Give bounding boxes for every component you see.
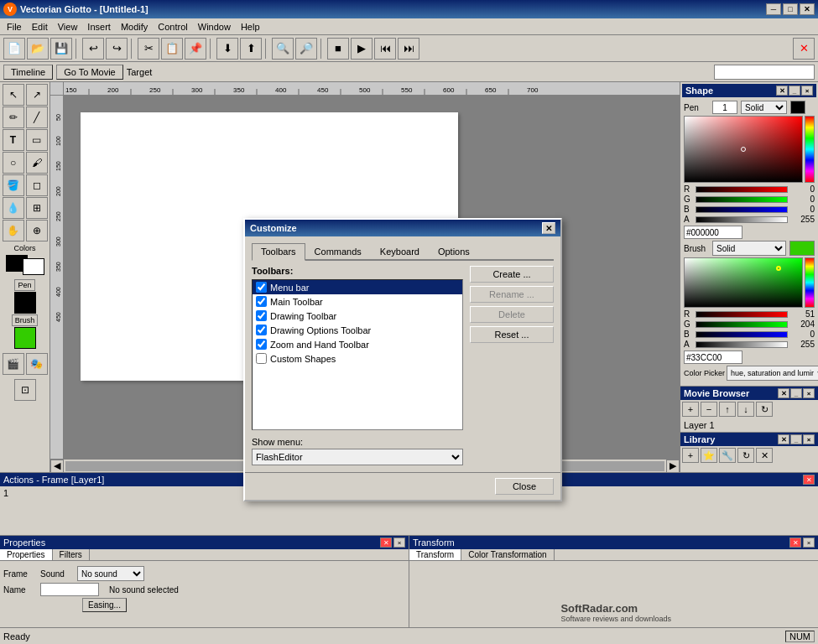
lib-refresh-btn[interactable]: ↻ <box>737 448 754 463</box>
tab-color-transform[interactable]: Color Transformation <box>461 549 554 560</box>
dialog-tab-commands[interactable]: Commands <box>305 243 371 259</box>
titlebar-controls[interactable]: ─ □ ✕ <box>766 3 815 15</box>
goto-movie-button[interactable]: Go To Movie <box>56 65 123 80</box>
movie-down-btn[interactable]: ↓ <box>737 402 754 417</box>
lib-close-btn[interactable]: × <box>803 434 815 444</box>
r-slider[interactable] <box>696 186 788 193</box>
color-picker-select[interactable]: hue, saturation and lumir <box>727 366 818 381</box>
menu-help[interactable]: Help <box>236 20 265 34</box>
save-button[interactable]: 💾 <box>50 38 72 60</box>
dialog-tab-toolbars[interactable]: Toolbars <box>252 243 305 261</box>
movie-add-btn[interactable]: + <box>682 402 699 417</box>
menu-window[interactable]: Window <box>193 20 236 34</box>
hue-slider-1[interactable] <box>805 116 815 183</box>
menu-edit[interactable]: Edit <box>27 20 53 34</box>
line-tool[interactable]: ╱ <box>26 106 48 128</box>
shape-panel-x-btn[interactable]: ✕ <box>776 86 788 96</box>
menu-view[interactable]: View <box>53 20 83 34</box>
new-button[interactable]: 📄 <box>3 38 25 60</box>
subselect-tool[interactable]: ↗ <box>26 84 48 106</box>
movie-refresh-btn[interactable]: ↻ <box>756 402 773 417</box>
shape-panel-minus-btn[interactable]: _ <box>789 86 800 96</box>
transform-tool[interactable]: ⊞ <box>26 197 48 219</box>
close-main-btn[interactable]: Close <box>495 478 554 495</box>
dialog-tab-options[interactable]: Options <box>429 243 479 259</box>
brush-color-swatch[interactable] <box>14 327 36 349</box>
props-close-btn[interactable]: × <box>393 538 405 548</box>
g2-slider[interactable] <box>696 321 788 328</box>
cut-button[interactable]: ✂ <box>138 38 159 60</box>
rect-tool[interactable]: ▭ <box>26 129 48 151</box>
lib-delete-btn[interactable]: ⭐ <box>701 448 717 463</box>
custom-shapes-checkbox[interactable] <box>256 353 267 364</box>
import-button[interactable]: ⬇ <box>216 38 238 60</box>
movie-x-btn[interactable]: ✕ <box>778 388 789 398</box>
movie-minus-btn[interactable]: _ <box>790 388 802 398</box>
timeline-tab[interactable]: Timeline <box>3 65 53 80</box>
snap-btn[interactable]: ⊡ <box>14 379 36 401</box>
dialog-close-x[interactable]: ✕ <box>542 222 555 234</box>
reset-btn[interactable]: Reset ... <box>470 326 554 343</box>
lib-minus-btn[interactable]: _ <box>790 434 802 444</box>
hex-input-2[interactable] <box>684 351 742 364</box>
maximize-button[interactable]: □ <box>783 3 798 15</box>
toolbar-item-drawing-options[interactable]: Drawing Options Toolbar <box>253 323 462 337</box>
delete-red-button[interactable]: ✕ <box>793 38 815 60</box>
movie-up-btn[interactable]: ↑ <box>719 402 736 417</box>
r2-slider[interactable] <box>696 311 788 318</box>
b2-slider[interactable] <box>696 331 788 338</box>
hex-input-1[interactable] <box>684 226 742 239</box>
scroll-right-btn[interactable]: ▶ <box>666 460 680 473</box>
menu-control[interactable]: Control <box>153 20 192 34</box>
drawing-toolbar-checkbox[interactable] <box>256 310 267 321</box>
tab-transform[interactable]: Transform <box>409 549 461 560</box>
movie-delete-btn[interactable]: − <box>701 402 717 417</box>
shape-panel-close-btn[interactable]: × <box>801 86 813 96</box>
props-x-btn[interactable]: ✕ <box>380 538 392 548</box>
menu-insert[interactable]: Insert <box>82 20 116 34</box>
forward-button[interactable]: ⏭ <box>398 38 419 60</box>
scroll-left-btn[interactable]: ◀ <box>50 460 64 473</box>
show-menu-select[interactable]: FlashEditor <box>252 449 463 465</box>
transform-x-btn[interactable]: ✕ <box>789 538 801 548</box>
paste-button[interactable]: 📌 <box>185 38 206 60</box>
copy-button[interactable]: 📋 <box>161 38 183 60</box>
text-tool[interactable]: T <box>3 129 24 151</box>
zoom-out-button[interactable]: 🔎 <box>295 38 317 60</box>
play-button[interactable]: ▶ <box>351 38 373 60</box>
main-toolbar-checkbox[interactable] <box>256 296 267 307</box>
undo-button[interactable]: ↩ <box>82 38 104 60</box>
movie-btn[interactable]: 🎬 <box>3 353 24 375</box>
g-slider[interactable] <box>696 196 788 203</box>
zoom-tool[interactable]: ⊕ <box>26 220 48 242</box>
pen-color-box[interactable] <box>790 101 805 114</box>
toolbar-item-zoom[interactable]: Zoom and Hand Toolbar <box>253 337 462 351</box>
actions-x-btn[interactable]: ✕ <box>803 475 815 485</box>
toolbars-list[interactable]: Menu bar Main Toolbar Drawing Toolbar Dr… <box>252 279 463 430</box>
b-slider[interactable] <box>696 206 788 213</box>
close-button[interactable]: ✕ <box>800 3 815 15</box>
lib-add-btn[interactable]: + <box>682 448 699 463</box>
hand-tool[interactable]: ✋ <box>3 220 24 242</box>
zoom-toolbar-checkbox[interactable] <box>256 339 267 350</box>
lib-x-btn[interactable]: ✕ <box>778 434 789 444</box>
paint-bucket-tool[interactable]: 🪣 <box>3 174 24 196</box>
select-tool[interactable]: ↖ <box>3 84 24 106</box>
dialog-tab-keyboard[interactable]: Keyboard <box>371 243 429 259</box>
eraser-tool[interactable]: ◻ <box>26 174 48 196</box>
eyedropper-tool[interactable]: 💧 <box>3 197 24 219</box>
a2-slider[interactable] <box>696 341 788 348</box>
lib-edit-btn[interactable]: 🔧 <box>719 448 736 463</box>
ellipse-tool[interactable]: ○ <box>3 152 24 174</box>
toolbar-item-main[interactable]: Main Toolbar <box>253 294 462 309</box>
scene-btn[interactable]: 🎭 <box>26 353 48 375</box>
transform-close-btn[interactable]: × <box>803 538 815 548</box>
pen-style-select[interactable]: Solid <box>741 101 787 114</box>
open-button[interactable]: 📂 <box>27 38 49 60</box>
pen-color-swatch[interactable] <box>14 292 36 314</box>
pen-value-input[interactable] <box>712 101 737 114</box>
rewind-button[interactable]: ⏮ <box>374 38 396 60</box>
lib-delete2-btn[interactable]: ✕ <box>756 448 773 463</box>
delete-btn[interactable]: Delete <box>470 306 554 323</box>
menu-modify[interactable]: Modify <box>116 20 153 34</box>
